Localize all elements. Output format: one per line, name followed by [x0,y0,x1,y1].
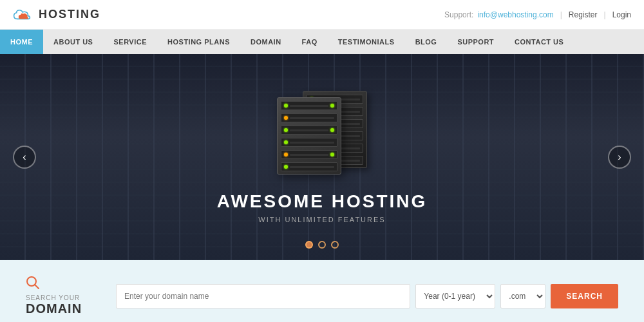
search-label-bottom: DOMAIN [26,301,103,316]
search-section: SEARCH YOUR DOMAIN Year (0-1 year) Year … [0,260,644,322]
support-email: info@webhosting.com [477,10,553,19]
extension-select[interactable]: .com .net .org .info .biz [500,284,545,308]
hero-dot-1[interactable] [305,241,313,249]
nav-item-home[interactable]: HOME [0,30,43,54]
nav-item-support[interactable]: SUPPORT [447,30,504,54]
nav-item-about[interactable]: ABOUT US [43,30,103,54]
nav-item-contact[interactable]: CONTACT US [504,30,574,54]
search-form: Year (0-1 year) Year (1-2 years) Year (2… [116,284,618,308]
support-label: Support: [444,10,473,19]
server-front [277,97,341,175]
logo-area: HOSTING [13,8,100,21]
divider2: | [604,10,606,19]
hero-prev-arrow[interactable]: ‹ [13,146,36,169]
register-link[interactable]: Register [569,10,598,19]
divider: | [560,10,562,19]
nav-item-domain[interactable]: DOMAIN [240,30,292,54]
hero-subtitle: WITH UNLIMITED FEATURES [217,216,428,223]
nav-item-blog[interactable]: BLOG [405,30,448,54]
search-icon [26,276,103,293]
search-label-top: SEARCH YOUR [26,294,103,301]
hero-dots [305,241,339,249]
svg-line-1 [35,285,39,289]
header-right: Support: info@webhosting.com | Register … [444,10,631,19]
nav-item-hosting-plans[interactable]: HOSTING PLANS [157,30,240,54]
year-select[interactable]: Year (0-1 year) Year (1-2 years) Year (2… [415,284,495,308]
nav-item-faq[interactable]: FAQ [292,30,328,54]
login-link[interactable]: Login [612,10,631,19]
cloud-icon [13,8,33,21]
hero-next-arrow[interactable]: › [608,146,631,169]
domain-search-input[interactable] [116,284,410,308]
main-nav: HOME ABOUT US SERVICE HOSTING PLANS DOMA… [0,30,644,54]
hero-heading: AWESOME HOSTING [217,191,428,212]
hero-dot-2[interactable] [318,241,326,249]
nav-item-service[interactable]: SERVICE [103,30,157,54]
hero-dot-3[interactable] [331,241,339,249]
search-label-area: SEARCH YOUR DOMAIN [26,276,103,316]
server-illustration [258,91,386,181]
nav-item-testimonials[interactable]: TESTIMONIALS [328,30,405,54]
hero-section: AWESOME HOSTING WITH UNLIMITED FEATURES … [0,54,644,260]
site-header: HOSTING Support: info@webhosting.com | R… [0,0,644,30]
logo-text: HOSTING [39,8,100,21]
hero-title-area: AWESOME HOSTING WITH UNLIMITED FEATURES [217,191,428,223]
search-button[interactable]: SEARCH [551,284,618,308]
